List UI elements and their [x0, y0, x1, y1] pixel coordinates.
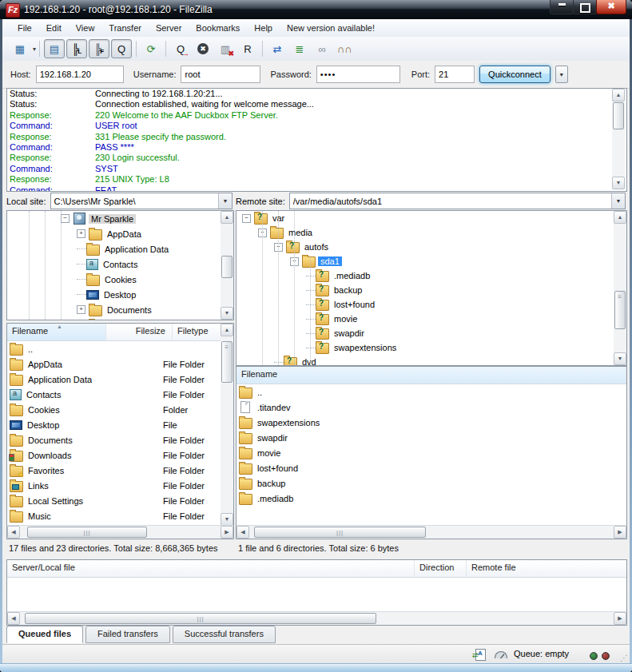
tree-item-media[interactable]: −media — [237, 225, 626, 240]
column-header-filesize[interactable]: Filesize — [106, 324, 173, 340]
minimize-button[interactable] — [550, 0, 574, 14]
title-bar[interactable]: Fz 192.168.1.20 - root@192.168.1.20 - Fi… — [0, 0, 632, 19]
file-row-downloads[interactable]: DownloadsFile Folder — [7, 447, 233, 463]
tree-item-appdata[interactable]: +AppData — [7, 226, 233, 241]
remote-tree-scrollbar[interactable]: ▲ ≡ ▼ — [614, 211, 626, 365]
column-header-server-local-file[interactable]: Server/Local file — [7, 560, 415, 577]
expand-icon[interactable]: + — [77, 229, 85, 238]
menu-file[interactable]: File — [10, 21, 39, 35]
remote-tree-scrollbar-thumb[interactable]: ≡ — [614, 291, 626, 329]
tree-item-mediadb[interactable]: .mediadb — [237, 268, 626, 283]
menu-view[interactable]: View — [69, 21, 102, 35]
directory-comparison-button[interactable]: ⇄ — [267, 39, 288, 58]
file-row-item[interactable]: .. — [7, 341, 233, 356]
quickconnect-dropdown-button[interactable]: ▼ — [555, 66, 568, 83]
menu-bookmarks[interactable]: Bookmarks — [189, 21, 247, 35]
menu-help[interactable]: Help — [247, 21, 280, 35]
tree-item-desktop[interactable]: Desktop — [7, 287, 233, 302]
toggle-remote-tree-button[interactable]: ╠F — [89, 39, 109, 58]
tree-item-backup[interactable]: backup — [237, 283, 626, 297]
tree-item-contacts[interactable]: Contacts — [7, 256, 233, 272]
file-row-local-settings[interactable]: Local SettingsFile Folder — [7, 493, 233, 508]
tree-item-swapdir[interactable]: swapdir — [237, 326, 626, 340]
tree-item-swapextensions[interactable]: swapextensions — [237, 340, 626, 355]
scroll-right-icon[interactable]: ▶ — [221, 526, 233, 539]
tab-queued-files[interactable]: Queued files — [6, 626, 83, 643]
scroll-down-icon[interactable]: ▼ — [614, 352, 626, 365]
remote-list-hscrollbar-thumb[interactable]: ||| — [254, 527, 426, 538]
scroll-up-icon[interactable]: ▲ — [221, 211, 233, 224]
refresh-button[interactable]: ⟳ — [141, 39, 161, 58]
maximize-button[interactable] — [573, 0, 597, 14]
scroll-left-icon[interactable]: ◀ — [7, 612, 20, 625]
scroll-down-icon[interactable]: ▼ — [221, 513, 233, 526]
file-row-item[interactable]: .. — [237, 384, 626, 400]
file-row-favorites[interactable]: FavoritesFile Folder — [7, 463, 233, 478]
file-row-music[interactable]: MusicFile Folder — [7, 508, 233, 523]
remote-file-list-pane[interactable]: ▼ Filename ...titandevswapextensionsswap… — [236, 366, 627, 539]
tree-item-dvd[interactable]: dvd — [237, 355, 626, 366]
toggle-message-log-button[interactable]: ▤ — [44, 39, 65, 58]
tree-item-var[interactable]: −var — [237, 211, 626, 225]
cancel-button[interactable]: ✖ — [193, 39, 213, 58]
file-row-titandev[interactable]: .titandev — [237, 400, 626, 415]
local-tree-pane[interactable]: −Mr Sparkle+AppDataApplication DataConta… — [6, 210, 234, 320]
queue-hscrollbar[interactable]: ◀ ||| ▶ — [7, 611, 626, 625]
local-list-hscrollbar-thumb[interactable]: ||| — [27, 527, 147, 538]
password-input[interactable] — [316, 66, 400, 83]
expand-icon[interactable]: + — [77, 305, 85, 314]
file-row-swapdir[interactable]: swapdir — [237, 430, 626, 445]
resize-grip[interactable]: ⋰ — [620, 654, 628, 662]
scroll-left-icon[interactable]: ◀ — [237, 526, 249, 539]
file-row-documents[interactable]: DocumentsFile Folder — [7, 432, 233, 447]
local-tree-scrollbar-thumb[interactable] — [221, 256, 233, 278]
file-row-lost-found[interactable]: lost+found — [237, 460, 626, 475]
file-row-cookies[interactable]: CookiesFolder — [7, 402, 233, 417]
menu-transfer[interactable]: Transfer — [101, 21, 149, 35]
filename-filters-button[interactable]: ≣ — [289, 39, 310, 58]
log-scrollbar-thumb[interactable] — [613, 102, 624, 129]
tree-item-downloads[interactable]: +Downloads — [7, 317, 233, 320]
disconnect-button[interactable]: ▥✖ — [215, 39, 236, 58]
transfer-queue-pane[interactable]: Server/Local file Direction Remote file … — [6, 559, 627, 626]
port-input[interactable] — [435, 66, 475, 83]
synchronized-browsing-button[interactable]: ∞ — [312, 39, 332, 58]
collapse-icon[interactable]: − — [242, 214, 251, 223]
speed-limits-icon[interactable] — [495, 651, 507, 658]
tab-successful-transfers[interactable]: Successful transfers — [173, 626, 276, 643]
column-header-direction[interactable]: Direction — [415, 560, 467, 577]
log-scrollbar[interactable]: ▲ ▼ — [612, 89, 625, 189]
remote-tree-pane[interactable]: −var−media−autofs−sda1.mediadbbackuplost… — [236, 210, 627, 366]
toggle-local-tree-button[interactable]: ╠L — [66, 39, 87, 58]
local-list-scrollbar[interactable]: ▲ ≡ ▼ — [221, 324, 233, 526]
scroll-up-icon[interactable]: ▲ — [614, 211, 626, 224]
tree-item-lost-found[interactable]: lost+found — [237, 297, 626, 312]
scroll-up-icon[interactable]: ▲ — [221, 324, 233, 336]
local-tree-scrollbar[interactable]: ▲ ▼ — [221, 211, 233, 320]
collapse-icon[interactable]: − — [61, 214, 70, 223]
menu-server[interactable]: Server — [149, 21, 189, 35]
toggle-queue-button[interactable]: Q — [111, 39, 132, 58]
tree-item-autofs[interactable]: −autofs — [237, 240, 626, 254]
process-queue-button[interactable]: Q→ — [170, 39, 191, 58]
host-input[interactable] — [36, 66, 124, 83]
scroll-down-icon[interactable]: ▼ — [612, 177, 625, 189]
tab-failed-transfers[interactable]: Failed transfers — [85, 626, 170, 643]
site-manager-dropdown-icon[interactable]: ▾ — [33, 46, 36, 53]
queue-hscrollbar-thumb[interactable]: ||| — [25, 613, 376, 624]
chevron-down-icon[interactable]: ▼ — [218, 193, 232, 209]
quickconnect-button[interactable]: Quickconnect — [479, 66, 551, 83]
scroll-right-icon[interactable]: ▶ — [614, 526, 626, 539]
username-input[interactable] — [181, 66, 260, 83]
file-row-contacts[interactable]: ContactsFile Folder — [7, 387, 233, 402]
column-header-filename[interactable]: Filename — [237, 367, 626, 384]
file-row-mediadb[interactable]: .mediadb — [237, 491, 626, 506]
chevron-down-icon[interactable]: ▼ — [611, 193, 625, 209]
reconnect-button[interactable]: R — [237, 39, 258, 58]
column-header-remote-file[interactable]: Remote file — [467, 560, 626, 577]
tree-item-sda1[interactable]: −sda1 — [237, 254, 626, 268]
remote-list-hscrollbar[interactable]: ◀ ||| ▶ — [237, 525, 626, 539]
new-version-notice[interactable]: New version available! — [280, 21, 382, 35]
local-list-scrollbar-thumb[interactable]: ≡ — [221, 341, 233, 383]
tree-item-mr-sparkle[interactable]: −Mr Sparkle — [7, 211, 233, 226]
